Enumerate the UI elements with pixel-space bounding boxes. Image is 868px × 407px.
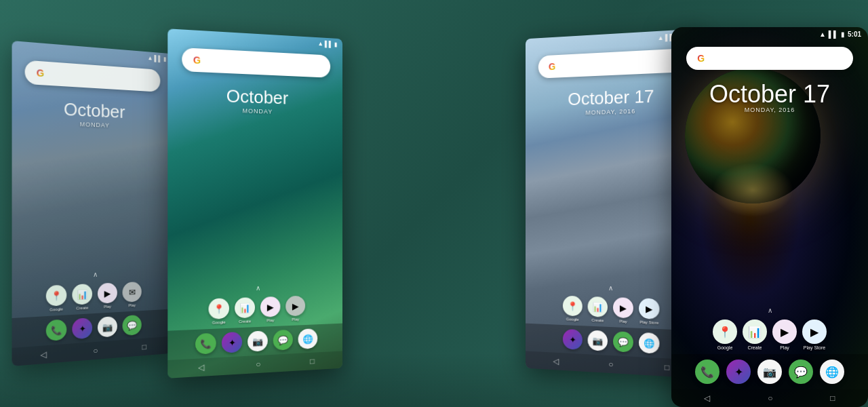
dock-hangouts-icon-mr[interactable]: 💬 [613,331,633,353]
dock-camera-icon-ml[interactable]: 📷 [248,330,268,351]
back-button-c[interactable]: ◁ [704,393,710,403]
battery-icon: ▮ [163,56,167,62]
dock-fantasia-icon-c[interactable]: ✦ [726,360,751,384]
gmail-label: Play [128,303,136,307]
search-bar-far-left[interactable]: G [25,60,161,92]
app-row-center: 📍 Google 📊 Create ▶ Play ▶ Play Store [671,315,868,354]
playstore-label-c: Play Store [804,345,825,350]
dock-fantasia-icon[interactable]: ✦ [72,317,92,339]
recent-button-ml[interactable]: □ [310,356,315,366]
dock-camera-icon-c[interactable]: 📷 [757,360,782,384]
dock-chrome-icon-c[interactable]: 🌐 [820,360,844,384]
maps-label-ml: Google [212,320,226,325]
status-icons: ▲ ▌▌ ▮ [147,54,166,62]
play-label-mr: Play [619,319,627,324]
recent-button[interactable]: □ [142,342,146,351]
google-logo-c: G [693,50,709,66]
play-icon-container-mr[interactable]: ▶ Play [613,297,633,324]
dock-fantasia-icon-mr[interactable]: ✦ [563,329,583,350]
maps-label: Google [50,307,63,312]
back-button-ml[interactable]: ◁ [198,362,204,372]
maps-icon-container-ml[interactable]: 📍 Google [208,298,229,325]
playstore-icon-container-c[interactable]: ▶ Play Store [802,319,827,350]
drawer-handle-c[interactable]: ∧ [671,305,868,315]
signal-icon-c: ▌▌ [829,31,838,38]
play-icon-container-c[interactable]: ▶ Play [772,319,797,350]
sheets-icon-container-c[interactable]: 📊 Create [743,319,767,350]
recent-button-c[interactable]: □ [830,393,835,403]
play-icon-container-ml[interactable]: ▶ Play [260,296,280,323]
battery-icon-c: ▮ [841,31,845,38]
maps-icon: 📍 [46,285,67,307]
maps-icon-container-c[interactable]: 📍 Google [713,319,737,350]
sheets-icon-mr: 📊 [588,296,608,317]
maps-icon-container[interactable]: 📍 Google [46,285,67,312]
phone-far-left: ▲ ▌▌ ▮ G October MONDAY ∧ 📍 [12,41,172,366]
sheets-label-ml: Create [239,319,251,324]
wifi-icon-mr: ▲ [658,34,664,41]
home-button-c[interactable]: ○ [768,393,772,403]
playstore-icon-container-ml[interactable]: ▶ Play [285,296,305,322]
playstore-label-mr: Play Store [639,320,658,325]
play-icon-ml: ▶ [260,296,280,317]
play-label-ml: Play [267,318,274,322]
search-bar-mid-left[interactable]: G [182,47,330,78]
date-widget-far-left: October MONDAY [12,96,172,131]
home-button-mr[interactable]: ○ [608,360,613,369]
date-widget-mid-left: October MONDAY [167,83,342,117]
play-icon: ▶ [98,283,117,304]
dock-phone-icon-ml[interactable]: 📞 [195,333,216,355]
dock-phone-icon[interactable]: 📞 [46,319,67,341]
dock-camera-icon[interactable]: 📷 [98,316,117,338]
recent-button-mr[interactable]: □ [665,362,669,372]
battery-icon-ml: ▮ [334,41,338,47]
maps-icon-mr: 📍 [563,296,583,317]
play-icon-container[interactable]: ▶ Play [98,283,117,309]
back-button[interactable]: ◁ [41,349,47,360]
g-letter: G [37,67,44,79]
sheets-icon-container-ml[interactable]: 📊 Create [235,297,255,324]
signal-icon-ml: ▌▌ [325,41,333,47]
phone-center: ▲ ▌▌ ▮ 5:01 G October 17 MONDAY, 2016 ∧ [671,27,868,407]
dock-chrome-icon-ml[interactable]: 🌐 [298,328,318,349]
playstore-icon-mr: ▶ [639,298,660,319]
maps-label-mr: Google [566,317,579,322]
maps-icon-c: 📍 [713,319,737,344]
playstore-icon-c: ▶ [802,319,827,344]
phone-far-left-screen: ▲ ▌▌ ▮ G October MONDAY ∧ 📍 [12,41,172,366]
dock-chrome-icon-mr[interactable]: 🌐 [639,332,660,354]
maps-icon-container-mr[interactable]: 📍 Google [563,296,583,322]
sheets-icon-container[interactable]: 📊 Create [72,284,92,311]
playstore-icon-container-mr[interactable]: ▶ Play Store [639,298,660,325]
home-button[interactable]: ○ [93,346,98,356]
play-label-c: Play [780,345,789,350]
dock-phone-icon-c[interactable]: 📞 [695,360,719,384]
play-icon-mr: ▶ [613,297,633,318]
sheets-label-c: Create [747,345,762,350]
search-bar-center[interactable]: G [686,47,854,70]
maps-label-c: Google [717,345,733,350]
g-letter-ml: G [193,54,201,66]
playstore-label-ml: Play [292,317,299,322]
maps-icon-ml: 📍 [208,298,229,319]
nav-bar-center: ◁ ○ □ [671,389,868,407]
sheets-icon-container-mr[interactable]: 📊 Create [588,296,608,323]
dock-fantasia-icon-ml[interactable]: ✦ [222,332,242,353]
google-logo: G [32,64,49,81]
gmail-icon: ✉ [122,282,141,303]
play-label: Play [104,305,111,309]
dock-hangouts-icon-c[interactable]: 💬 [789,360,813,384]
sheets-label-mr: Create [591,318,604,323]
status-time-center: 5:01 [848,31,861,38]
dock-camera-icon-mr[interactable]: 📷 [588,330,608,351]
main-scene: ▲ ▌▌ ▮ G October MONDAY ∧ 📍 [0,0,868,407]
back-button-mr[interactable]: ◁ [553,356,559,366]
dock-hangouts-icon[interactable]: 💬 [122,315,141,336]
dock-hangouts-icon-ml[interactable]: 💬 [273,330,293,351]
wifi-icon: ▲ [147,54,153,61]
gmail-icon-container[interactable]: ✉ Play [122,282,141,308]
phone-mid-left-screen: ▲ ▌▌ ▮ G October MONDAY ∧ 📍 [167,28,342,379]
home-button-ml[interactable]: ○ [256,360,260,369]
play-icon-c: ▶ [772,319,797,344]
search-bar-mid-right[interactable]: G [538,48,686,79]
